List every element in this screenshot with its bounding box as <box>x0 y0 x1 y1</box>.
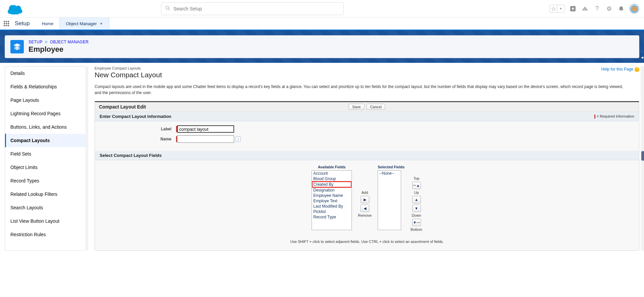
sidebar-item-record-types[interactable]: Record Types <box>5 174 86 187</box>
sidebar-item-details[interactable]: Details <box>5 67 86 80</box>
app-nav: Setup Home Object Manager ▼ <box>0 17 644 31</box>
info-subheader-label: Enter Compact Layout Information <box>100 114 171 119</box>
breadcrumb-setup[interactable]: SETUP <box>29 40 42 44</box>
available-option[interactable]: Created By <box>312 181 352 187</box>
available-option[interactable]: Designation <box>312 187 352 193</box>
help-for-page: Help for this Page? <box>601 67 639 72</box>
down-label: Down <box>412 213 421 217</box>
available-option[interactable]: Blood Group <box>312 176 352 181</box>
search-icon <box>165 6 170 11</box>
right-expand-tab[interactable]: ◀ <box>640 53 644 62</box>
salesforce-logo[interactable] <box>7 3 23 14</box>
page-header: SETUP > OBJECT MANAGER Employee <box>5 35 639 58</box>
remove-label: Remove <box>358 213 372 217</box>
sidebar-item-restriction-rules[interactable]: Restriction Rules <box>5 228 86 241</box>
required-legend: = Required Information <box>594 114 634 119</box>
user-avatar[interactable]: 🐵 <box>629 4 639 14</box>
salesforce-help-icon[interactable] <box>581 5 589 13</box>
panel-header: Compact Layout Edit Save Cancel <box>95 102 639 112</box>
section-subtitle: Employee Compact Layouts <box>95 66 639 70</box>
fields-subheader: Select Compact Layout Fields <box>95 151 639 160</box>
dual-listbox: Available Fields AccountBlood GroupCreat… <box>95 160 639 250</box>
available-option[interactable]: Last Modified By <box>312 204 352 209</box>
sidebar-item-lightning-record-pages[interactable]: Lightning Record Pages <box>5 107 86 120</box>
content-area: DetailsFields & RelationshipsPage Layout… <box>0 63 644 254</box>
main-panel: Help for this Page? Employee Compact Lay… <box>95 66 639 251</box>
add-remove-group: Add ▶ ◀ Remove <box>358 165 372 231</box>
object-icon <box>10 40 24 53</box>
sidebar-item-object-limits[interactable]: Object Limits <box>5 161 86 174</box>
help-qmark-icon[interactable]: ? <box>635 67 639 72</box>
sidebar: DetailsFields & RelationshipsPage Layout… <box>5 66 86 251</box>
available-option[interactable]: Employee Name <box>312 193 352 198</box>
breadcrumb: SETUP > OBJECT MANAGER <box>29 40 89 44</box>
remove-button[interactable]: ◀ <box>361 205 369 212</box>
bottom-button[interactable]: ▼ <box>412 219 421 226</box>
label-field-label: Label <box>102 127 176 131</box>
sidebar-item-compact-layouts[interactable]: Compact Layouts <box>5 134 86 147</box>
sidebar-item-search-layouts[interactable]: Search Layouts <box>5 201 86 214</box>
add-button[interactable]: ▶ <box>361 196 369 203</box>
right-side-tab[interactable] <box>641 151 644 161</box>
selected-option[interactable]: --None-- <box>378 171 401 176</box>
nav-tab-home[interactable]: Home <box>36 17 59 30</box>
label-input[interactable] <box>177 125 234 133</box>
reorder-group: Top ▲ Up ▲ ▼ Down ▼ Bottom <box>411 165 422 231</box>
edit-panel: Compact Layout Edit Save Cancel Enter Co… <box>95 101 639 251</box>
chevron-down-icon: ▼ <box>100 22 103 26</box>
favorites-group: ☆ ▼ <box>549 5 565 13</box>
selected-list[interactable]: --None-- <box>378 170 401 230</box>
sidebar-item-field-sets[interactable]: Field Sets <box>5 147 86 161</box>
sidebar-item-page-layouts[interactable]: Page Layouts <box>5 93 86 107</box>
app-launcher-icon[interactable] <box>0 17 13 30</box>
sidebar-item-list-view-button-layout[interactable]: List View Button Layout <box>5 214 86 228</box>
available-list[interactable]: AccountBlood GroupCreated ByDesignationE… <box>312 170 352 230</box>
selection-hint: Use SHIFT + click to select adjacent fie… <box>290 240 443 244</box>
svg-point-0 <box>166 6 169 9</box>
bottom-label: Bottom <box>411 227 422 231</box>
name-input[interactable] <box>177 135 234 143</box>
down-button[interactable]: ▼ <box>412 205 421 212</box>
up-button[interactable]: ▲ <box>412 196 421 203</box>
selected-title: Selected Fields <box>378 165 405 169</box>
cancel-button[interactable]: Cancel <box>366 104 385 110</box>
nav-tab-object-manager[interactable]: Object Manager ▼ <box>59 17 109 30</box>
info-subheader: Enter Compact Layout Information = Requi… <box>95 112 639 121</box>
panel-title: Compact Layout Edit <box>99 104 146 110</box>
add-icon[interactable] <box>569 5 577 13</box>
help-icon[interactable]: ? <box>593 5 601 13</box>
breadcrumb-object-manager[interactable]: OBJECT MANAGER <box>50 40 89 44</box>
add-label: Add <box>362 190 368 195</box>
fields-subheader-label: Select Compact Layout Fields <box>100 153 162 158</box>
top-button[interactable]: ▲ <box>412 182 421 189</box>
sidebar-item-fields-relationships[interactable]: Fields & Relationships <box>5 80 86 93</box>
section-title: New Compact Layout <box>95 71 639 79</box>
intro-text: Compact layouts are used in the mobile a… <box>95 84 639 96</box>
available-option[interactable]: Record Type <box>312 214 352 220</box>
notifications-icon[interactable] <box>617 5 625 13</box>
up-label: Up <box>414 190 419 195</box>
global-search[interactable] <box>161 2 344 15</box>
star-icon[interactable]: ☆ <box>550 5 557 12</box>
available-option[interactable]: Account <box>312 171 352 176</box>
info-icon[interactable]: i <box>235 136 241 142</box>
sidebar-item-buttons-links-and-actions[interactable]: Buttons, Links, and Actions <box>5 120 86 134</box>
global-header: ☆ ▼ ? ⚙ 🐵 <box>0 0 644 17</box>
top-label: Top <box>414 176 420 180</box>
search-input[interactable] <box>173 6 339 11</box>
form-area: Label Name i <box>95 121 639 151</box>
svg-line-1 <box>169 9 170 10</box>
help-link[interactable]: Help for this Page <box>601 67 633 72</box>
app-name: Setup <box>13 17 36 30</box>
context-band: SETUP > OBJECT MANAGER Employee <box>0 31 644 63</box>
available-option[interactable]: Employe Text <box>312 198 352 204</box>
sidebar-item-related-lookup-filters[interactable]: Related Lookup Filters <box>5 187 86 201</box>
save-button[interactable]: Save <box>348 104 364 110</box>
favorites-dropdown-icon[interactable]: ▼ <box>557 5 565 12</box>
nav-tab-label: Object Manager <box>66 21 97 26</box>
setup-gear-icon[interactable]: ⚙ <box>605 5 613 13</box>
available-title: Available Fields <box>312 165 352 169</box>
name-field-label: Name <box>102 137 176 141</box>
header-actions: ☆ ▼ ? ⚙ 🐵 <box>549 4 639 14</box>
available-option[interactable]: Picklist <box>312 209 352 214</box>
